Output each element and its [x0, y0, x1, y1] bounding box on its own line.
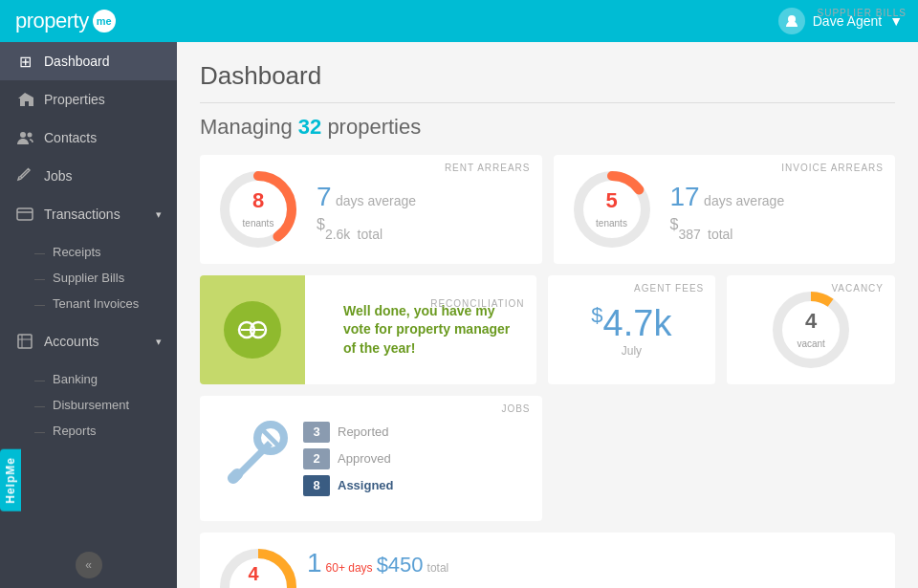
invoice-arrears-donut: 5 tenants: [569, 166, 655, 252]
helpme-tab[interactable]: HelpMe: [0, 449, 21, 512]
agent-fees-month: July: [622, 344, 642, 358]
invoice-arrears-count: 5: [596, 188, 627, 213]
svg-point-1: [20, 132, 26, 138]
sidebar-item-jobs[interactable]: Jobs: [0, 157, 177, 195]
rent-days-value: 7: [317, 182, 332, 211]
sidebar-item-contacts[interactable]: Contacts: [0, 119, 177, 157]
invoice-arrears-tenants-label: tenants: [596, 218, 627, 229]
dashboard-icon: ⊞: [15, 52, 34, 71]
agent-fees-label: AGENT FEES: [634, 283, 704, 294]
sidebar-item-banking[interactable]: Banking: [34, 366, 177, 392]
invoice-days-label: days average: [704, 193, 784, 208]
invoice-arrears-label: INVOICE ARREARS: [781, 163, 884, 173]
vacancy-card: VACANCY 4 vacant: [727, 275, 895, 384]
invoice-arrears-stats: 17 days average $387 total: [670, 182, 785, 246]
managing-suffix: properties: [327, 115, 421, 139]
managing-prefix: Managing: [200, 115, 293, 139]
topbar: property me Dave Agent ▼: [0, 0, 918, 42]
sidebar-item-transactions[interactable]: Transactions ▾: [0, 195, 177, 233]
sidebar-item-tenant-invoices[interactable]: Tenant Invoices: [34, 291, 177, 316]
jobs-reported-badge: 3: [303, 422, 330, 443]
reconciliation-content: RECONCILIATION Well done, you have my vo…: [320, 291, 536, 370]
bills-60-row: 1 60+ days $450 total: [307, 548, 448, 578]
jobs-card: JOBS 3 Reported: [200, 396, 542, 521]
sidebar-label-reports: Reports: [53, 424, 97, 438]
invoice-days-value: 17: [670, 182, 700, 211]
rent-arrears-card: RENT ARREARS 8 tenants: [200, 155, 542, 264]
row-1: RENT ARREARS 8 tenants: [200, 155, 895, 264]
jobs-approved-label: Approved: [338, 451, 391, 466]
row-2: RECONCILIATION Well done, you have my vo…: [200, 275, 895, 384]
managing-line: Managing 32 properties: [200, 115, 895, 140]
sidebar-label-contacts: Contacts: [44, 130, 97, 145]
rent-amount-label: total: [358, 227, 382, 242]
rent-arrears-tenants-label: tenants: [243, 218, 274, 229]
bills-60-amount: $450: [377, 553, 424, 577]
transactions-chevron: ▾: [156, 208, 162, 221]
rent-arrears-stats: 7 days average $2.6k total: [317, 182, 416, 246]
jobs-approved-row: 2 Approved: [303, 448, 394, 469]
invoice-arrears-amount: $387 total: [670, 216, 785, 246]
collapse-icon: «: [85, 558, 92, 572]
svg-point-2: [28, 133, 33, 138]
supplier-bills-card: SUPPLIER BILLS 4 overdue: [200, 533, 895, 588]
jobs-label: JOBS: [501, 403, 530, 414]
properties-icon: [15, 90, 34, 109]
reconciliation-card: RECONCILIATION Well done, you have my vo…: [200, 275, 536, 384]
rent-arrears-days: 7 days average: [317, 182, 416, 212]
sidebar-item-dashboard[interactable]: ⊞ Dashboard: [0, 42, 177, 80]
sidebar-item-reports[interactable]: Reports: [34, 418, 177, 444]
sidebar-item-receipts[interactable]: Receipts: [34, 239, 177, 265]
sidebar-collapse-button[interactable]: «: [76, 552, 102, 578]
jobs-assigned-row: 8 Assigned: [303, 475, 394, 496]
jobs-reported-label: Reported: [338, 425, 388, 439]
bills-60-count: 1: [307, 548, 322, 578]
logo: property me: [15, 9, 116, 33]
reconciliation-label: RECONCILIATION: [430, 298, 524, 309]
rent-days-label: days average: [336, 193, 416, 208]
managing-count: 32: [298, 115, 321, 139]
sidebar-label-tenant-invoices: Tenant Invoices: [53, 296, 139, 311]
sidebar-item-supplier-bills[interactable]: Supplier Bills: [34, 265, 177, 291]
sidebar-label-jobs: Jobs: [44, 168, 73, 184]
agent-fees-amount: $4.7k: [591, 303, 671, 344]
logo-text: property: [15, 9, 89, 33]
vacancy-count: 4: [797, 309, 824, 334]
row-3: JOBS 3 Reported: [200, 396, 895, 588]
sidebar-item-properties[interactable]: Properties: [0, 80, 177, 119]
rent-arrears-content: 8 tenants 7 days average $2.6k: [215, 166, 527, 252]
supplier-bills-stats: 1 60+ days $450 total 3 30+ days $740 to…: [307, 548, 448, 588]
sidebar-sub-accounts-group: Banking Disbursement Reports: [0, 360, 177, 449]
sidebar-label-disbursement: Disbursement: [53, 398, 129, 412]
invoice-arrears-content: 5 tenants 17 days average $387: [569, 166, 881, 252]
sidebar-label-banking: Banking: [53, 372, 98, 386]
vacancy-count-label: vacant: [797, 338, 824, 349]
sidebar-item-accounts[interactable]: Accounts ▾: [0, 322, 177, 360]
accounts-chevron: ▾: [156, 336, 162, 348]
invoice-amount-label: total: [708, 227, 732, 242]
supplier-bills-donut: 4 overdue: [215, 544, 292, 588]
invoice-arrears-card: INVOICE ARREARS 5 tenants: [554, 155, 896, 264]
invoice-arrears-days: 17 days average: [670, 182, 785, 212]
sidebar-label-dashboard: Dashboard: [44, 54, 110, 69]
transactions-icon: [15, 205, 34, 224]
supplier-overdue-count: 4: [236, 563, 271, 585]
bills-60-total: total: [427, 561, 449, 575]
jobs-reported-row: 3 Reported: [303, 422, 394, 443]
main-content: Dashboard Managing 32 properties RENT AR…: [177, 42, 918, 588]
jobs-assigned-badge: 8: [303, 475, 330, 496]
page-title: Dashboard: [200, 61, 895, 103]
invoice-amount-value: $387: [670, 216, 709, 245]
reconciliation-icon-box: [200, 275, 305, 384]
jobs-approved-badge: 2: [303, 448, 330, 469]
sidebar-label-receipts: Receipts: [53, 245, 101, 259]
sidebar-label-supplier-bills: Supplier Bills: [53, 271, 124, 285]
svg-rect-4: [18, 335, 32, 348]
vacancy-donut: 4 vacant: [768, 287, 854, 373]
contacts-icon: [15, 128, 34, 147]
sidebar-sub-receipts-group: Receipts Supplier Bills Tenant Invoices: [0, 233, 177, 322]
cards-section: RENT ARREARS 8 tenants: [200, 155, 895, 588]
rent-amount-value: $2.6k: [317, 216, 358, 245]
rent-arrears-count: 8: [243, 188, 274, 213]
sidebar-item-disbursement[interactable]: Disbursement: [34, 392, 177, 418]
